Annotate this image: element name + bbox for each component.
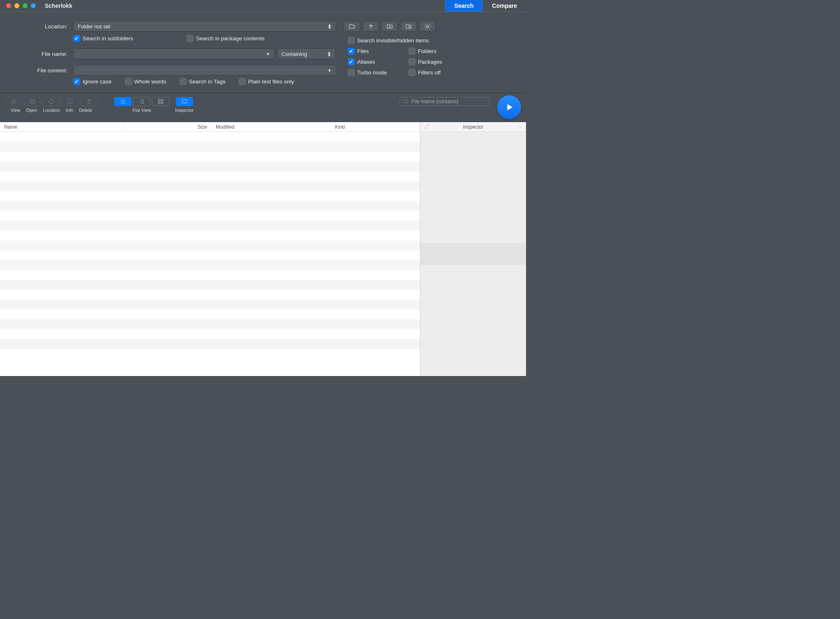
- filters-off-checkbox[interactable]: Filters off: [408, 69, 449, 76]
- chevron-up-down-icon: ▲▼: [327, 51, 331, 57]
- parent-folder-button[interactable]: [362, 21, 379, 32]
- file-name-mode-popup[interactable]: Containing ▲▼: [277, 49, 336, 59]
- file-content-input[interactable]: ▼: [73, 65, 336, 76]
- delete-button[interactable]: [81, 97, 98, 106]
- location-label: Location:: [7, 23, 73, 30]
- ignore-case-checkbox[interactable]: Ignore case: [73, 78, 112, 85]
- column-kind[interactable]: Kind: [331, 122, 420, 132]
- add-folder-button[interactable]: [381, 21, 398, 32]
- location-label: Location: [43, 108, 60, 113]
- svg-point-1: [13, 101, 14, 102]
- delete-label: Delete: [79, 108, 92, 113]
- flat-view-label: Flat View: [132, 108, 151, 113]
- chevron-up-down-icon: ▲▼: [328, 23, 332, 29]
- filter-field[interactable]: File Name [contains]: [399, 97, 490, 106]
- svg-point-3: [49, 99, 54, 104]
- app-title: Scherlokk: [45, 2, 72, 9]
- open-label: Open: [26, 108, 37, 113]
- play-icon: [505, 103, 514, 112]
- structured-view-button[interactable]: [133, 97, 150, 106]
- svg-point-10: [404, 99, 407, 103]
- svg-point-0: [427, 25, 428, 27]
- inspector-title: Inspector: [429, 124, 517, 130]
- toolbar: View Open Location Info Delete Flat View…: [0, 93, 526, 122]
- chevron-down-icon[interactable]: [517, 124, 523, 130]
- plain-text-checkbox[interactable]: Plain text files only: [239, 78, 294, 85]
- info-label: Info: [66, 108, 73, 113]
- chevron-down-icon: ▼: [266, 52, 270, 56]
- minimize-icon[interactable]: [14, 3, 19, 8]
- open-button[interactable]: [24, 97, 41, 106]
- grid-view-button[interactable]: [152, 97, 169, 106]
- close-icon[interactable]: [6, 3, 11, 8]
- invisible-checkbox[interactable]: Search invisible/hidden items: [348, 37, 429, 44]
- turbo-checkbox[interactable]: Turbo mode: [348, 69, 388, 76]
- inspector-toggle-button[interactable]: [176, 97, 193, 106]
- search-tags-checkbox[interactable]: Search in Tags: [180, 78, 226, 85]
- start-search-button[interactable]: [497, 95, 521, 119]
- chevron-down-icon: ▼: [328, 68, 332, 73]
- packages-checkbox[interactable]: Packages: [408, 58, 449, 65]
- info-button[interactable]: [62, 97, 79, 106]
- whole-words-checkbox[interactable]: Whole words: [125, 78, 166, 85]
- location-popup[interactable]: Folder not set ▲▼: [73, 21, 336, 32]
- inspector-panel: Inspector: [420, 122, 526, 376]
- file-content-label: File content:: [7, 67, 73, 74]
- zoom-icon[interactable]: [23, 3, 28, 8]
- inspector-label: Inspector: [175, 108, 194, 113]
- results-area: Name Size Modified Kind Inspector: [0, 122, 526, 376]
- package-contents-checkbox[interactable]: Search in package contents: [187, 35, 265, 42]
- tab-search[interactable]: Search: [445, 0, 483, 12]
- column-size[interactable]: Size: [125, 122, 212, 132]
- tab-icon[interactable]: [31, 3, 36, 8]
- files-checkbox[interactable]: Files: [348, 48, 388, 55]
- search-icon: [403, 99, 409, 104]
- search-criteria-panel: Location: Folder not set ▲▼ Search in su…: [0, 12, 526, 93]
- svg-rect-2: [30, 100, 35, 103]
- column-name[interactable]: Name: [0, 122, 125, 132]
- subfolders-checkbox[interactable]: Search in subfolders: [73, 35, 133, 42]
- result-rows: [0, 132, 420, 376]
- column-modified[interactable]: Modified: [212, 122, 331, 132]
- file-name-label: File name:: [7, 51, 73, 57]
- folders-checkbox[interactable]: Folders: [408, 48, 449, 55]
- column-headers: Name Size Modified Kind: [0, 122, 420, 132]
- file-name-input[interactable]: ▼: [73, 49, 275, 59]
- settings-button[interactable]: [419, 21, 436, 32]
- tab-compare[interactable]: Compare: [482, 0, 526, 12]
- external-link-icon[interactable]: [424, 124, 429, 130]
- view-label: View: [11, 108, 21, 113]
- svg-rect-5: [159, 99, 160, 101]
- status-bar: [0, 376, 526, 388]
- location-button[interactable]: [43, 97, 60, 106]
- choose-folder-button[interactable]: [344, 21, 360, 32]
- title-bar: Scherlokk Search Compare: [0, 0, 526, 12]
- remove-folder-button[interactable]: [400, 21, 417, 32]
- flat-view-button[interactable]: [114, 97, 132, 106]
- view-button[interactable]: [5, 97, 22, 106]
- aliases-checkbox[interactable]: Aliases: [348, 58, 388, 65]
- svg-rect-6: [161, 99, 163, 101]
- svg-rect-9: [182, 99, 187, 103]
- svg-rect-7: [159, 102, 160, 104]
- svg-rect-8: [161, 102, 163, 104]
